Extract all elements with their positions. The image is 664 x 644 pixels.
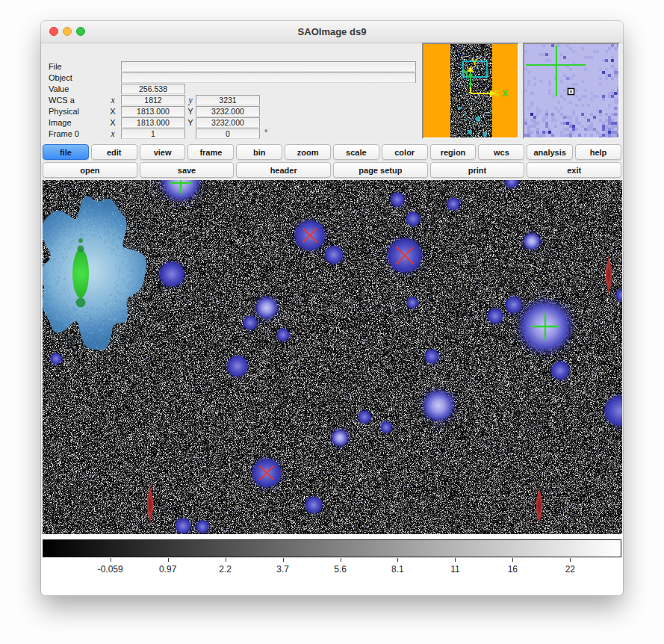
menu-tab-analysis[interactable]: analysis <box>527 144 573 160</box>
colorbar-tick <box>341 558 341 562</box>
physical-x-field: 1813.000 <box>121 106 185 117</box>
wcs-y-field: 3231 <box>196 95 260 105</box>
panner[interactable] <box>422 43 519 139</box>
image-y-label: Y <box>184 118 196 127</box>
menu-tab-view[interactable]: view <box>140 144 186 160</box>
image-x-field: 1813.000 <box>121 117 185 128</box>
action-bar: open save header page setup print exit <box>43 162 621 178</box>
colorbar-tick <box>226 558 226 562</box>
object-label: Object <box>49 73 72 82</box>
wcs-label: WCS a <box>49 96 75 105</box>
image-label: Image <box>49 118 72 127</box>
colorbar-gradient[interactable] <box>43 539 621 557</box>
title-bar[interactable]: SAOImage ds9 <box>41 21 623 43</box>
colorbar-tick-label: 5.6 <box>334 564 347 575</box>
menu-tab-wcs[interactable]: wcs <box>478 144 524 160</box>
colorbar-tick-label: 0.97 <box>159 564 176 575</box>
colorbar-tick <box>512 558 513 562</box>
colorbar-tick <box>570 558 571 562</box>
save-button[interactable]: save <box>140 162 235 178</box>
frame-zoom-field: 1 <box>121 129 185 139</box>
magnifier[interactable] <box>523 43 620 139</box>
window-title: SAOImage ds9 <box>41 21 623 43</box>
menu-bar: file edit view frame bin zoom scale colo… <box>43 144 621 160</box>
physical-y-field: 3232.000 <box>196 106 260 117</box>
menu-tab-file[interactable]: file <box>43 144 89 160</box>
menu-tab-bin[interactable]: bin <box>236 144 282 160</box>
panner-canvas[interactable] <box>423 44 518 137</box>
file-label: File <box>49 62 62 71</box>
colorbar-tick <box>168 558 169 562</box>
menu-tab-frame[interactable]: frame <box>187 144 234 160</box>
wcs-x-label: x <box>107 96 119 105</box>
physical-label: Physical <box>49 107 79 116</box>
colorbar-tick <box>283 558 284 562</box>
colorbar-tick-label: 8.1 <box>391 564 404 575</box>
menu-tab-color[interactable]: color <box>382 144 428 160</box>
value-label: Value <box>49 84 69 93</box>
physical-y-label: Y <box>184 107 196 116</box>
menu-tab-edit[interactable]: edit <box>91 144 137 160</box>
menu-tab-zoom[interactable]: zoom <box>285 144 331 160</box>
colorbar-tick-label: 16 <box>508 564 518 575</box>
frame-rotation-field: 0 <box>196 129 260 139</box>
colorbar-tick-label: 11 <box>450 564 459 575</box>
menu-tab-help[interactable]: help <box>575 144 621 160</box>
colorbar-tick-label: 3.7 <box>276 564 289 575</box>
menu-tab-scale[interactable]: scale <box>333 144 379 160</box>
ds9-window: SAOImage ds9 File Object Value 256.538 W… <box>41 21 623 595</box>
colorbar-section: -0.0590.972.23.75.68.1111622 <box>41 534 623 595</box>
sky-canvas[interactable] <box>43 180 622 534</box>
colorbar-tick-label: 2.2 <box>219 564 232 575</box>
object-field <box>121 72 416 83</box>
colorbar-tick <box>397 558 398 562</box>
image-x-label: X <box>107 118 119 127</box>
colorbar-tick-label: 22 <box>565 564 575 575</box>
magnifier-canvas[interactable] <box>524 44 618 137</box>
frame-label: Frame 0 <box>49 129 79 138</box>
menu-tab-region[interactable]: region <box>430 144 477 160</box>
print-button[interactable]: print <box>430 162 525 178</box>
physical-x-label: X <box>107 107 119 116</box>
file-field <box>121 61 416 72</box>
wcs-y-label: y <box>184 96 196 105</box>
open-button[interactable]: open <box>43 162 137 178</box>
exit-button[interactable]: exit <box>527 162 621 178</box>
colorbar-tick <box>111 558 111 562</box>
header-button[interactable]: header <box>236 162 331 178</box>
wcs-x-field: 1812 <box>121 95 185 105</box>
colorbar-tick <box>455 558 456 562</box>
colorbar-tick-label: -0.059 <box>98 564 123 575</box>
degree-symbol: ° <box>264 128 267 137</box>
image-y-field: 3232.000 <box>196 117 260 128</box>
value-field: 256.538 <box>121 84 185 94</box>
page-setup-button[interactable]: page setup <box>333 162 428 178</box>
colorbar-ticks: -0.0590.972.23.75.68.1111622 <box>43 557 621 589</box>
frame-x-label: x <box>107 129 119 138</box>
